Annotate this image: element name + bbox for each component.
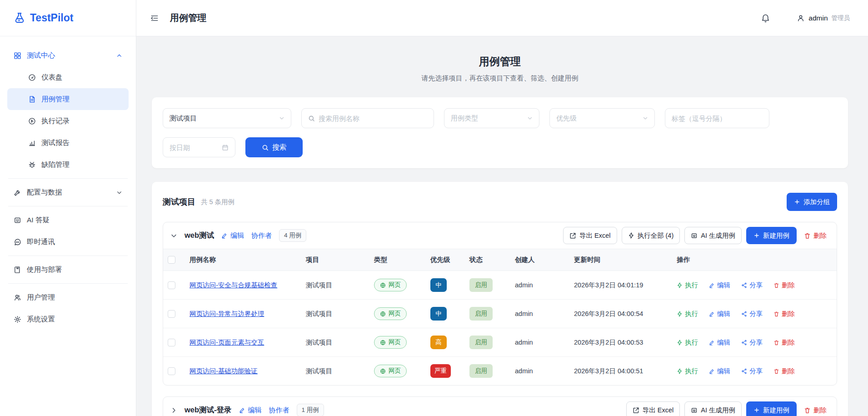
group-actions: 导出 Excel 执行全部 (4) [563, 227, 829, 244]
status-badge: 启用 [469, 336, 493, 349]
group-header: web测试 编辑 协作者 4 用例 [163, 222, 837, 249]
case-type-select[interactable]: 用例类型 [444, 108, 539, 128]
sidebar-item-usage-deployment[interactable]: 使用与部署 [7, 259, 129, 281]
collapse-group-icon[interactable] [170, 232, 177, 239]
trash-icon [804, 232, 811, 239]
col-priority: 优先级 [426, 249, 465, 271]
lightning-icon [677, 282, 683, 288]
run-case-link[interactable]: 执行 [677, 281, 698, 290]
sidebar-item-instant-messaging[interactable]: 即时通讯 [7, 231, 129, 253]
panel-title: 测试项目 [163, 196, 195, 207]
priority-badge: 中 [430, 278, 447, 292]
edit-case-link[interactable]: 编辑 [709, 367, 730, 376]
add-group-button[interactable]: 添加分组 [787, 193, 837, 211]
row-checkbox[interactable] [168, 281, 175, 289]
cell-creator: admin [510, 271, 569, 300]
delete-group-button[interactable]: 删除 [801, 406, 829, 415]
share-case-link[interactable]: 分享 [741, 338, 763, 347]
delete-case-link[interactable]: 删除 [773, 367, 795, 376]
tags-input-box [665, 108, 769, 128]
collapse-sidebar-icon[interactable] [150, 14, 159, 23]
sidebar-section-test-center[interactable]: 测试中心 [7, 45, 129, 66]
case-name-link[interactable]: 网页访问-异常与边界处理 [190, 310, 264, 317]
new-case-button[interactable]: 新建用例 [746, 227, 797, 244]
export-excel-button[interactable]: 导出 Excel [563, 227, 617, 244]
project-select[interactable]: 测试项目 [163, 108, 291, 128]
sidebar-item-case-management[interactable]: 用例管理 [7, 88, 129, 110]
edit-case-link[interactable]: 编辑 [709, 281, 730, 290]
search-icon [308, 115, 315, 122]
sidebar-nav: 测试中心 仪表盘 用例管理 [0, 36, 136, 338]
sidebar-item-dashboard[interactable]: 仪表盘 [7, 66, 129, 88]
delete-case-link[interactable]: 删除 [773, 338, 795, 347]
run-all-button[interactable]: 执行全部 (4) [622, 227, 680, 244]
delete-group-button[interactable]: 删除 [801, 231, 829, 240]
delete-case-link[interactable]: 删除 [773, 281, 795, 290]
date-input[interactable] [170, 144, 222, 151]
globe-icon [380, 340, 386, 346]
sidebar-item-test-reports[interactable]: 测试报告 [7, 132, 129, 154]
row-checkbox[interactable] [168, 367, 175, 375]
username: admin [808, 14, 828, 22]
new-case-button[interactable]: 新建用例 [746, 401, 797, 416]
case-name-link[interactable]: 网页访问-安全与合规基础检查 [190, 281, 277, 289]
chat-bubble-icon [14, 238, 21, 246]
run-case-link[interactable]: 执行 [677, 338, 698, 347]
row-checkbox[interactable] [168, 339, 175, 346]
user-menu[interactable]: admin 管理员 [797, 14, 850, 22]
collaborators-link[interactable]: 协作者 [251, 231, 272, 240]
share-case-link[interactable]: 分享 [741, 367, 763, 376]
lightning-icon [677, 340, 683, 346]
collaborators-link[interactable]: 协作者 [269, 406, 289, 415]
case-name-link[interactable]: 网页访问-页面元素与交互 [190, 339, 264, 346]
divider [8, 256, 128, 256]
item-label: 使用与部署 [27, 265, 62, 275]
sidebar-item-system-settings[interactable]: 系统设置 [7, 308, 129, 330]
search-button[interactable]: 搜索 [245, 137, 303, 157]
sidebar-item-execution-records[interactable]: 执行记录 [7, 110, 129, 132]
brand-logo[interactable]: TestPilot [0, 0, 136, 36]
ai-generate-button[interactable]: AI 生成用例 [684, 401, 742, 416]
cell-project: 测试项目 [301, 271, 369, 300]
date-picker[interactable] [163, 137, 235, 157]
table-row: 网页访问-基础功能验证 测试项目 网页 严重 启用 admin 2026年3月2… [163, 357, 837, 386]
sidebar-item-defect-management[interactable]: 缺陷管理 [7, 154, 129, 175]
run-case-link[interactable]: 执行 [677, 367, 698, 376]
chevron-down-icon [527, 115, 533, 121]
edit-group-link[interactable]: 编辑 [239, 406, 262, 415]
play-circle-icon [28, 117, 36, 125]
col-updated: 更新时间 [569, 249, 672, 271]
select-all-checkbox[interactable] [168, 256, 175, 264]
app-window: TestPilot 测试中心 [0, 0, 868, 416]
col-status: 状态 [465, 249, 510, 271]
item-label: 仪表盘 [41, 73, 63, 82]
delete-case-link[interactable]: 删除 [773, 310, 795, 318]
export-excel-button[interactable]: 导出 Excel [626, 401, 680, 416]
sidebar-section-config-data[interactable]: 配置与数据 [7, 181, 129, 203]
tags-input[interactable] [672, 115, 763, 122]
case-search-box [301, 108, 434, 128]
case-search-input[interactable] [319, 115, 427, 122]
case-name-link[interactable]: 网页访问-基础功能验证 [190, 367, 258, 375]
sidebar: TestPilot 测试中心 [0, 0, 136, 416]
item-label: AI 答疑 [27, 216, 50, 225]
sidebar-item-ai-qa[interactable]: AI 答疑 [7, 209, 129, 231]
globe-icon [380, 311, 386, 317]
priority-select[interactable]: 优先级 [549, 108, 655, 128]
row-actions: 执行 编辑 分享 删除 [677, 281, 832, 290]
sidebar-item-user-management[interactable]: 用户管理 [7, 286, 129, 308]
group-name: web测试 [185, 231, 214, 241]
run-case-link[interactable]: 执行 [677, 310, 698, 318]
edit-case-link[interactable]: 编辑 [709, 338, 730, 347]
ai-generate-button[interactable]: AI 生成用例 [684, 227, 742, 244]
share-case-link[interactable]: 分享 [741, 281, 763, 290]
content: 用例管理 请先选择项目，再在该项目下查看、筛选、创建用例 测试项目 [136, 36, 868, 416]
edit-group-link[interactable]: 编辑 [221, 231, 244, 240]
share-case-link[interactable]: 分享 [741, 310, 763, 318]
row-checkbox[interactable] [168, 310, 175, 318]
expand-group-icon[interactable] [170, 407, 177, 414]
bell-icon[interactable] [761, 13, 770, 23]
edit-case-link[interactable]: 编辑 [709, 310, 730, 318]
pencil-icon [709, 311, 715, 317]
share-icon [741, 340, 747, 346]
